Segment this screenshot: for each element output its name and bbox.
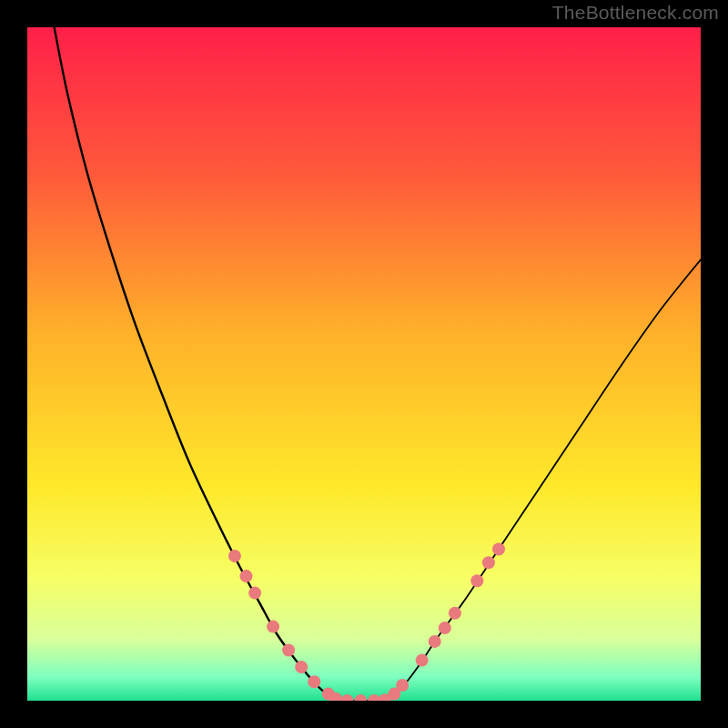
marker-dot (416, 654, 429, 667)
marker-dot (482, 556, 495, 569)
watermark-label: TheBottleneck.com (552, 2, 719, 24)
marker-dot (449, 607, 461, 620)
marker-dot (248, 587, 261, 600)
marker-dot (492, 543, 505, 556)
chart-stage: TheBottleneck.com (0, 0, 728, 728)
marker-dot (228, 550, 241, 562)
marker-dot (329, 693, 342, 705)
plot-svg (0, 0, 728, 728)
marker-dot (429, 635, 441, 648)
marker-dot (282, 644, 295, 657)
marker-dot (267, 621, 279, 633)
marker-dot (341, 694, 354, 707)
marker-dot (354, 694, 367, 707)
marker-dot (396, 679, 409, 692)
marker-dot (295, 661, 308, 673)
marker-dot (470, 574, 483, 587)
marker-dot (308, 675, 320, 688)
plot-background (27, 27, 701, 701)
marker-dot (240, 570, 253, 582)
marker-dot (439, 622, 451, 634)
